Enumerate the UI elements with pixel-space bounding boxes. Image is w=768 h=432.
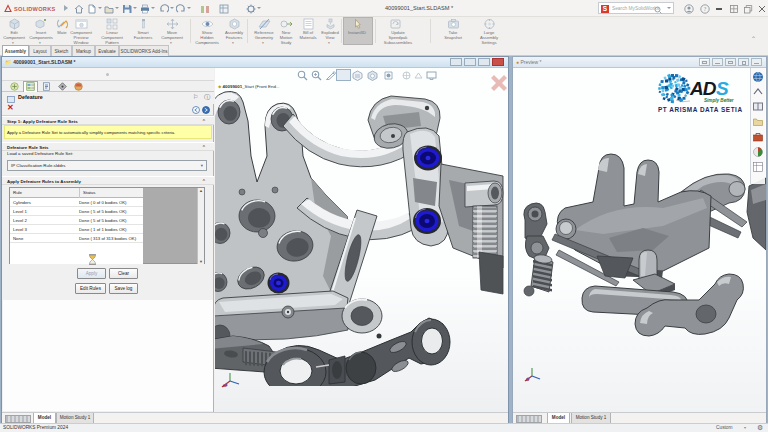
svg-text:SOLIDWORKS: SOLIDWORKS bbox=[14, 6, 56, 12]
svg-text:?: ? bbox=[703, 5, 706, 12]
svg-text:S: S bbox=[716, 78, 729, 99]
svg-text:PT ARISMA DATA SETIA: PT ARISMA DATA SETIA bbox=[658, 106, 743, 113]
svg-text:Simply Better: Simply Better bbox=[704, 98, 734, 103]
svg-text:AD: AD bbox=[689, 78, 717, 99]
